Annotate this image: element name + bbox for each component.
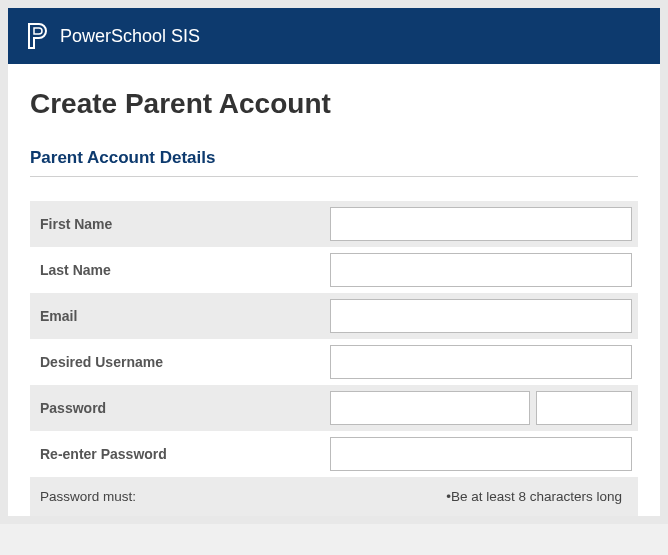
- first-name-label: First Name: [30, 204, 330, 244]
- form: First Name Last Name Email Desired Usern…: [30, 201, 638, 516]
- password-strength-meter: [536, 391, 632, 425]
- password-label: Password: [30, 388, 330, 428]
- section-title: Parent Account Details: [30, 148, 638, 177]
- last-name-input[interactable]: [330, 253, 632, 287]
- row-password: Password: [30, 385, 638, 431]
- row-email: Email: [30, 293, 638, 339]
- last-name-label: Last Name: [30, 250, 330, 290]
- username-label: Desired Username: [30, 342, 330, 382]
- email-label: Email: [30, 296, 330, 336]
- content-area: Create Parent Account Parent Account Det…: [8, 64, 660, 516]
- email-input[interactable]: [330, 299, 632, 333]
- reenter-password-label: Re-enter Password: [30, 434, 330, 474]
- app-name: PowerSchool SIS: [60, 26, 200, 47]
- password-input[interactable]: [330, 391, 530, 425]
- row-first-name: First Name: [30, 201, 638, 247]
- first-name-input[interactable]: [330, 207, 632, 241]
- password-rules-text: •Be at least 8 characters long: [340, 489, 628, 504]
- row-last-name: Last Name: [30, 247, 638, 293]
- password-rules-row: Password must: •Be at least 8 characters…: [30, 477, 638, 516]
- password-rules-label: Password must:: [40, 489, 340, 504]
- reenter-password-input[interactable]: [330, 437, 632, 471]
- header-bar: PowerSchool SIS: [8, 8, 660, 64]
- row-reenter-password: Re-enter Password: [30, 431, 638, 477]
- username-input[interactable]: [330, 345, 632, 379]
- page-title: Create Parent Account: [30, 88, 638, 120]
- powerschool-logo-icon: [26, 22, 50, 50]
- row-username: Desired Username: [30, 339, 638, 385]
- app-frame: PowerSchool SIS Create Parent Account Pa…: [0, 0, 668, 524]
